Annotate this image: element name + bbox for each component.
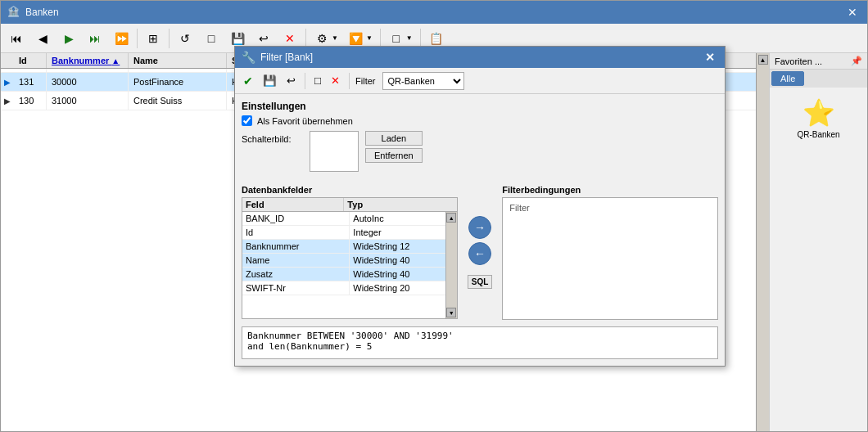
nav-skip-button[interactable]: ⏩ (109, 27, 133, 50)
favorites-title: Favoriten ... (775, 56, 822, 66)
favorit-checkbox[interactable] (242, 115, 252, 126)
db-fields-table-wrapper: Feld Typ BANK_ID AutoInc Id Integer (242, 197, 458, 319)
grid-view-icon: ⊞ (145, 30, 161, 47)
db-cell-typ-5: WideString 20 (350, 281, 456, 295)
dialog-delete-button[interactable]: ✕ (328, 73, 343, 88)
db-cell-typ-0: AutoInc (350, 212, 456, 225)
entfernen-button[interactable]: Entfernen (365, 148, 423, 163)
favorites-pin-icon[interactable]: 📌 (851, 56, 862, 66)
db-table-row[interactable]: Banknummer WideString 12 (242, 240, 457, 254)
nav-first-button[interactable]: ⏮ (4, 27, 29, 50)
grid-vertical-scrollbar[interactable]: ▲ (756, 53, 769, 431)
sort-dropdown-arrow: ▼ (366, 34, 373, 42)
col-header-banknummer[interactable]: Banknummer ▲ (47, 53, 129, 68)
filter-icon: ⚙ (314, 30, 330, 47)
schalterbild-row: Schalterbild: Laden Entfernen (242, 131, 718, 172)
db-fields-title: Datenbankfelder (242, 185, 458, 195)
cell-name-2: Credit Suiss (129, 92, 227, 110)
favorites-tabs: Alle (770, 70, 867, 88)
db-table-row[interactable]: Id Integer (242, 226, 457, 240)
dialog-close-button[interactable]: ✕ (702, 51, 718, 64)
header-indicator (1, 53, 14, 68)
filter-dropdown-arrow: ▼ (332, 34, 338, 42)
dialog-title-icon: 🔧 (242, 51, 255, 64)
new-record-icon: □ (203, 30, 219, 47)
remove-from-filter-button[interactable]: ← (468, 242, 491, 265)
dialog-new-button[interactable]: □ (311, 73, 324, 88)
db-col-feld-header: Feld (242, 198, 344, 211)
db-cell-feld-4: Zusatz (242, 268, 350, 281)
dialog-title-bar: 🔧 Filter [Bank] ✕ (235, 47, 725, 68)
filter-box-header: Filter (506, 201, 714, 214)
window-close-button[interactable]: ✕ (844, 6, 861, 19)
dialog-save-button[interactable]: ✔ (240, 73, 256, 89)
new-record-button[interactable]: □ (199, 27, 224, 50)
filter-conditions-section: Filterbedingungen Filter (502, 185, 718, 320)
schalterbild-buttons: Laden Entfernen (365, 131, 423, 163)
db-cell-typ-4: WideString 40 (350, 268, 456, 281)
col-header-name[interactable]: Name (129, 53, 227, 68)
nav-last-button[interactable]: ⏭ (83, 27, 107, 50)
favorites-star-icon: ⭐ (802, 97, 835, 128)
schalterbild-image-box (310, 131, 359, 172)
db-cell-feld-5: SWIFT-Nr (242, 281, 350, 295)
scroll-up-button[interactable]: ▲ (758, 55, 768, 65)
db-vertical-scrollbar[interactable]: ▲ ▼ (445, 212, 457, 318)
db-table-row[interactable]: Name WideString 40 (242, 254, 457, 268)
filter-conditions-title: Filterbedingungen (502, 185, 718, 195)
title-bar-icon: 🏦 (7, 6, 20, 19)
dialog-toolbar-separator-2 (349, 73, 350, 89)
refresh-button[interactable]: ↺ (173, 27, 197, 50)
cell-id-1: 131 (14, 73, 47, 91)
dialog-disk-button[interactable]: 💾 (260, 73, 280, 88)
copy-dropdown-arrow: ▼ (406, 34, 413, 42)
sql-preview: Banknummer BETWEEN '30000' AND '31999' a… (242, 326, 718, 359)
db-table-row[interactable]: SWIFT-Nr WideString 20 (242, 281, 457, 295)
db-scroll-down-button[interactable]: ▼ (446, 308, 456, 317)
cell-banknr-2: 31000 (47, 92, 129, 110)
toolbar-separator-5 (420, 29, 421, 48)
cell-banknr-new (47, 69, 129, 72)
filter-name-select[interactable]: QR-Banken (382, 72, 464, 90)
nav-prev-icon: ◀ (34, 30, 51, 47)
refresh-icon: ↺ (177, 30, 193, 47)
dialog-undo-button[interactable]: ↩ (283, 73, 299, 88)
undo-icon: ↩ (255, 30, 272, 47)
nav-skip-icon: ⏩ (113, 30, 129, 47)
filter-conditions-box: Filter (502, 197, 718, 320)
nav-next-icon: ▶ (61, 30, 77, 47)
favorites-item-qr-banken[interactable]: ⭐ QR-Banken (793, 94, 843, 142)
favorites-header: Favoriten ... 📌 (770, 53, 867, 70)
db-fields-section: Datenbankfelder Feld Typ BANK_ID AutoInc (242, 185, 458, 320)
title-bar-text: Banken (25, 7, 839, 18)
db-fields-table: Feld Typ BANK_ID AutoInc Id Integer (242, 197, 458, 319)
toolbar-separator-2 (169, 29, 170, 48)
save-icon: 💾 (229, 30, 246, 47)
toolbar-separator-4 (380, 29, 381, 48)
db-col-typ-header: Typ (344, 198, 445, 211)
cell-name-new (129, 69, 227, 72)
cell-id-new (14, 69, 47, 72)
db-scroll-header-spacer (445, 198, 457, 211)
col-header-id[interactable]: Id (14, 53, 47, 68)
grid-view-button[interactable]: ⊞ (141, 27, 165, 50)
db-table-header: Feld Typ (242, 198, 457, 212)
nav-first-icon: ⏮ (8, 30, 25, 47)
nav-next-button[interactable]: ▶ (57, 27, 81, 50)
favorit-checkbox-label: Als Favorit übernehmen (257, 116, 353, 126)
dialog-title-text: Filter [Bank] (260, 52, 697, 63)
toolbar-separator-1 (137, 29, 138, 48)
db-scroll-up-button[interactable]: ▲ (446, 213, 456, 223)
db-table-row[interactable]: BANK_ID AutoInc (242, 212, 457, 226)
laden-button[interactable]: Laden (365, 131, 423, 146)
favorites-panel: Favoriten ... 📌 Alle ⭐ QR-Banken (769, 53, 867, 431)
dialog-save-icon: 💾 (263, 74, 277, 87)
add-to-filter-button[interactable]: → (468, 216, 491, 239)
row-indicator-2: ▶ (1, 92, 14, 110)
sql-button[interactable]: SQL (468, 275, 493, 289)
nav-prev-button[interactable]: ◀ (30, 27, 55, 50)
db-table-row[interactable]: Zusatz WideString 40 (242, 268, 457, 281)
arrow-buttons: → ← SQL (464, 185, 496, 320)
favorites-tab-all[interactable]: Alle (771, 71, 804, 86)
toolbar-separator-3 (305, 29, 306, 48)
